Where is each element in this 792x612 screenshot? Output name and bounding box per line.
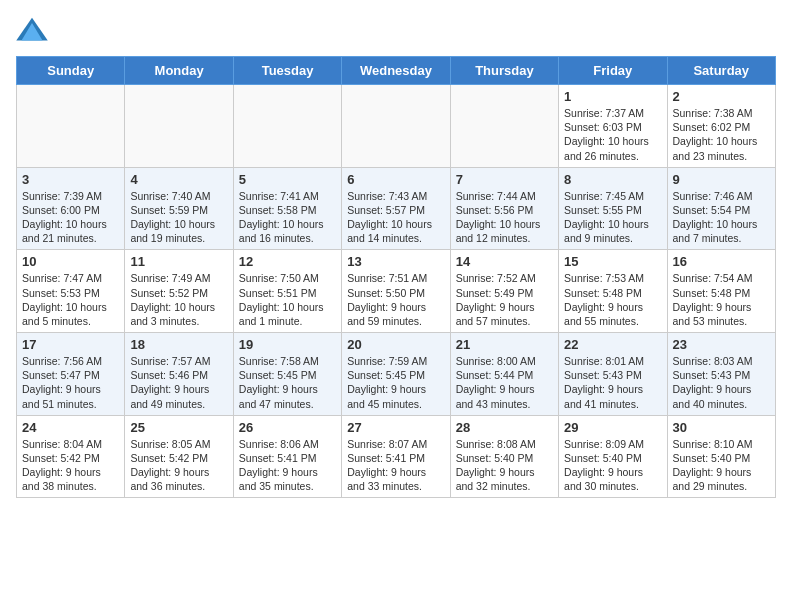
calendar-cell: 11Sunrise: 7:49 AM Sunset: 5:52 PM Dayli…	[125, 250, 233, 333]
day-info: Sunrise: 7:40 AM Sunset: 5:59 PM Dayligh…	[130, 189, 227, 246]
calendar-cell: 7Sunrise: 7:44 AM Sunset: 5:56 PM Daylig…	[450, 167, 558, 250]
day-number: 30	[673, 420, 770, 435]
day-number: 21	[456, 337, 553, 352]
calendar-cell: 16Sunrise: 7:54 AM Sunset: 5:48 PM Dayli…	[667, 250, 775, 333]
day-number: 27	[347, 420, 444, 435]
day-info: Sunrise: 7:39 AM Sunset: 6:00 PM Dayligh…	[22, 189, 119, 246]
day-number: 22	[564, 337, 661, 352]
day-info: Sunrise: 7:38 AM Sunset: 6:02 PM Dayligh…	[673, 106, 770, 163]
calendar-cell: 15Sunrise: 7:53 AM Sunset: 5:48 PM Dayli…	[559, 250, 667, 333]
day-info: Sunrise: 8:08 AM Sunset: 5:40 PM Dayligh…	[456, 437, 553, 494]
day-number: 6	[347, 172, 444, 187]
calendar-cell: 13Sunrise: 7:51 AM Sunset: 5:50 PM Dayli…	[342, 250, 450, 333]
calendar-cell: 27Sunrise: 8:07 AM Sunset: 5:41 PM Dayli…	[342, 415, 450, 498]
day-info: Sunrise: 7:49 AM Sunset: 5:52 PM Dayligh…	[130, 271, 227, 328]
logo-icon	[16, 16, 48, 44]
calendar-cell: 29Sunrise: 8:09 AM Sunset: 5:40 PM Dayli…	[559, 415, 667, 498]
day-info: Sunrise: 7:47 AM Sunset: 5:53 PM Dayligh…	[22, 271, 119, 328]
day-number: 25	[130, 420, 227, 435]
day-info: Sunrise: 8:06 AM Sunset: 5:41 PM Dayligh…	[239, 437, 336, 494]
calendar-cell: 26Sunrise: 8:06 AM Sunset: 5:41 PM Dayli…	[233, 415, 341, 498]
calendar-table: SundayMondayTuesdayWednesdayThursdayFrid…	[16, 56, 776, 498]
day-number: 9	[673, 172, 770, 187]
day-header-monday: Monday	[125, 57, 233, 85]
day-number: 13	[347, 254, 444, 269]
day-header-thursday: Thursday	[450, 57, 558, 85]
day-info: Sunrise: 8:09 AM Sunset: 5:40 PM Dayligh…	[564, 437, 661, 494]
calendar-cell: 28Sunrise: 8:08 AM Sunset: 5:40 PM Dayli…	[450, 415, 558, 498]
day-info: Sunrise: 7:59 AM Sunset: 5:45 PM Dayligh…	[347, 354, 444, 411]
day-info: Sunrise: 8:01 AM Sunset: 5:43 PM Dayligh…	[564, 354, 661, 411]
day-header-wednesday: Wednesday	[342, 57, 450, 85]
day-info: Sunrise: 7:58 AM Sunset: 5:45 PM Dayligh…	[239, 354, 336, 411]
calendar-cell: 21Sunrise: 8:00 AM Sunset: 5:44 PM Dayli…	[450, 333, 558, 416]
day-info: Sunrise: 7:51 AM Sunset: 5:50 PM Dayligh…	[347, 271, 444, 328]
day-number: 12	[239, 254, 336, 269]
day-info: Sunrise: 7:52 AM Sunset: 5:49 PM Dayligh…	[456, 271, 553, 328]
day-number: 29	[564, 420, 661, 435]
day-number: 2	[673, 89, 770, 104]
day-info: Sunrise: 7:56 AM Sunset: 5:47 PM Dayligh…	[22, 354, 119, 411]
day-number: 26	[239, 420, 336, 435]
day-header-friday: Friday	[559, 57, 667, 85]
day-number: 10	[22, 254, 119, 269]
day-header-sunday: Sunday	[17, 57, 125, 85]
day-info: Sunrise: 7:45 AM Sunset: 5:55 PM Dayligh…	[564, 189, 661, 246]
day-number: 24	[22, 420, 119, 435]
day-header-tuesday: Tuesday	[233, 57, 341, 85]
calendar-cell: 2Sunrise: 7:38 AM Sunset: 6:02 PM Daylig…	[667, 85, 775, 168]
calendar-cell	[125, 85, 233, 168]
logo	[16, 16, 52, 44]
day-number: 3	[22, 172, 119, 187]
calendar-cell: 5Sunrise: 7:41 AM Sunset: 5:58 PM Daylig…	[233, 167, 341, 250]
day-info: Sunrise: 7:41 AM Sunset: 5:58 PM Dayligh…	[239, 189, 336, 246]
day-number: 16	[673, 254, 770, 269]
calendar-cell: 18Sunrise: 7:57 AM Sunset: 5:46 PM Dayli…	[125, 333, 233, 416]
day-info: Sunrise: 7:43 AM Sunset: 5:57 PM Dayligh…	[347, 189, 444, 246]
day-info: Sunrise: 7:44 AM Sunset: 5:56 PM Dayligh…	[456, 189, 553, 246]
calendar-cell	[342, 85, 450, 168]
calendar-cell	[450, 85, 558, 168]
day-number: 4	[130, 172, 227, 187]
calendar-cell: 10Sunrise: 7:47 AM Sunset: 5:53 PM Dayli…	[17, 250, 125, 333]
day-info: Sunrise: 8:04 AM Sunset: 5:42 PM Dayligh…	[22, 437, 119, 494]
day-number: 20	[347, 337, 444, 352]
day-number: 11	[130, 254, 227, 269]
day-header-saturday: Saturday	[667, 57, 775, 85]
day-number: 28	[456, 420, 553, 435]
day-number: 14	[456, 254, 553, 269]
calendar-cell: 24Sunrise: 8:04 AM Sunset: 5:42 PM Dayli…	[17, 415, 125, 498]
day-info: Sunrise: 8:07 AM Sunset: 5:41 PM Dayligh…	[347, 437, 444, 494]
calendar-cell: 30Sunrise: 8:10 AM Sunset: 5:40 PM Dayli…	[667, 415, 775, 498]
calendar-cell: 25Sunrise: 8:05 AM Sunset: 5:42 PM Dayli…	[125, 415, 233, 498]
calendar-week-4: 17Sunrise: 7:56 AM Sunset: 5:47 PM Dayli…	[17, 333, 776, 416]
calendar-cell: 19Sunrise: 7:58 AM Sunset: 5:45 PM Dayli…	[233, 333, 341, 416]
page-header	[16, 16, 776, 44]
calendar-cell: 14Sunrise: 7:52 AM Sunset: 5:49 PM Dayli…	[450, 250, 558, 333]
calendar-cell: 23Sunrise: 8:03 AM Sunset: 5:43 PM Dayli…	[667, 333, 775, 416]
day-number: 5	[239, 172, 336, 187]
day-info: Sunrise: 8:10 AM Sunset: 5:40 PM Dayligh…	[673, 437, 770, 494]
calendar-week-1: 1Sunrise: 7:37 AM Sunset: 6:03 PM Daylig…	[17, 85, 776, 168]
day-info: Sunrise: 8:05 AM Sunset: 5:42 PM Dayligh…	[130, 437, 227, 494]
day-info: Sunrise: 7:46 AM Sunset: 5:54 PM Dayligh…	[673, 189, 770, 246]
calendar-cell: 9Sunrise: 7:46 AM Sunset: 5:54 PM Daylig…	[667, 167, 775, 250]
calendar-week-3: 10Sunrise: 7:47 AM Sunset: 5:53 PM Dayli…	[17, 250, 776, 333]
day-info: Sunrise: 8:00 AM Sunset: 5:44 PM Dayligh…	[456, 354, 553, 411]
day-info: Sunrise: 7:54 AM Sunset: 5:48 PM Dayligh…	[673, 271, 770, 328]
day-number: 17	[22, 337, 119, 352]
calendar-cell: 20Sunrise: 7:59 AM Sunset: 5:45 PM Dayli…	[342, 333, 450, 416]
day-number: 1	[564, 89, 661, 104]
calendar-cell: 22Sunrise: 8:01 AM Sunset: 5:43 PM Dayli…	[559, 333, 667, 416]
day-info: Sunrise: 7:57 AM Sunset: 5:46 PM Dayligh…	[130, 354, 227, 411]
calendar-cell: 8Sunrise: 7:45 AM Sunset: 5:55 PM Daylig…	[559, 167, 667, 250]
day-number: 15	[564, 254, 661, 269]
calendar-cell: 12Sunrise: 7:50 AM Sunset: 5:51 PM Dayli…	[233, 250, 341, 333]
calendar-cell	[17, 85, 125, 168]
calendar-header-row: SundayMondayTuesdayWednesdayThursdayFrid…	[17, 57, 776, 85]
day-info: Sunrise: 7:50 AM Sunset: 5:51 PM Dayligh…	[239, 271, 336, 328]
day-number: 7	[456, 172, 553, 187]
calendar-week-2: 3Sunrise: 7:39 AM Sunset: 6:00 PM Daylig…	[17, 167, 776, 250]
day-number: 23	[673, 337, 770, 352]
day-info: Sunrise: 7:53 AM Sunset: 5:48 PM Dayligh…	[564, 271, 661, 328]
